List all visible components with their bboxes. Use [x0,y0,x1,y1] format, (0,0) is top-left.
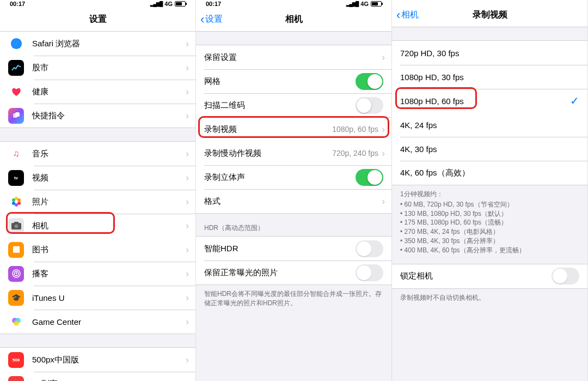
settings-row-stocks[interactable]: 股市 › [0,56,195,80]
settings-row-gamecenter[interactable]: Game Center › [0,310,195,334]
option-4k-60[interactable]: 4K, 60 fps（高效） [392,161,587,185]
battery-icon [175,1,186,7]
checkmark-icon: ✓ [570,94,579,107]
svg-point-14 [15,273,17,274]
health-icon [8,84,24,100]
hdr-section-header: HDR（高动态范围） [196,214,391,236]
row-slomo[interactable]: 录制慢动作视频 720p, 240 fps › [196,141,391,165]
toggle-smart-hdr[interactable] [356,240,383,257]
row-record-video[interactable]: 录制视频 1080p, 60 fps › [196,117,391,141]
network-label: 4G [360,1,369,7]
row-scan-qr[interactable]: 扫描二维码 [196,93,391,117]
chevron-right-icon: › [186,378,189,382]
row-label: 网格 [204,76,356,87]
row-label: 健康 [32,87,186,97]
chevron-right-icon: › [186,316,189,328]
itunesu-icon: 🎓 [8,290,24,306]
tv-icon: tv [8,170,24,186]
toggle-scan-qr[interactable] [356,97,383,114]
row-label: 录制视频 [204,124,332,135]
row-grid[interactable]: 网格 [196,69,391,93]
row-label: 4K, 30 fps [400,144,587,154]
settings-row-books[interactable]: 图书 › [0,238,195,262]
row-label: 锁定相机 [400,271,552,281]
toggle-stereo[interactable] [356,169,383,186]
option-4k-24[interactable]: 4K, 24 fps [392,113,587,137]
music-icon: ♫ [8,146,24,162]
status-time: 00:17 [10,1,25,7]
svg-point-17 [14,320,19,326]
settings-row-video[interactable]: tv 视频 › [0,166,195,190]
settings-row-safari[interactable]: Safari 浏览器 › [0,32,195,56]
info-line: • 350 MB, 4K, 30 fps（高分辨率） [400,237,579,246]
row-preserve-settings[interactable]: 保留设置 › [196,45,391,69]
settings-row-camera[interactable]: 相机 › [0,214,195,238]
status-bar: 00:17 ▂▄▆█ 4G [0,0,195,8]
signal-icon: ▂▄▆█ [150,1,163,7]
settings-list[interactable]: Safari 浏览器 › 股市 › 健康 › [0,32,195,381]
camera-settings-list[interactable]: 保留设置 › 网格 扫描二维码 录制视频 1080p, 60 fps › 录制慢… [196,32,391,381]
option-4k-30[interactable]: 4K, 30 fps [392,137,587,161]
settings-row-health[interactable]: 健康 › [0,80,195,104]
option-720p-30[interactable]: 720p HD, 30 fps [392,41,587,65]
chevron-right-icon: › [382,196,385,207]
podcasts-icon [8,266,24,282]
settings-row-itunesu[interactable]: 🎓 iTunes U › [0,286,195,310]
row-label: 4K, 60 fps（高效） [400,168,587,178]
chevron-right-icon: › [186,196,189,208]
status-time: 00:17 [206,1,221,7]
row-label: 股市 [32,63,186,73]
info-line: • 175 MB, 1080p HD, 60 fps（流畅） [400,218,579,227]
battery-icon [371,1,382,7]
settings-row-shortcuts[interactable]: 快捷指令 › [0,104,195,128]
chevron-left-icon: ‹ [200,14,204,26]
filesize-info: 1分钟视频约： • 60 MB, 720p HD, 30 fps（节省空间） •… [392,185,587,264]
row-label: 保留正常曝光的照片 [204,268,356,278]
nav-bar: 设置 [0,8,195,32]
chevron-right-icon: › [186,38,189,50]
row-lock-camera[interactable]: 锁定相机 [392,264,587,288]
row-label: 音乐 [32,149,186,159]
chevron-right-icon: › [186,220,189,232]
row-label: 500px中国版 [32,355,186,365]
settings-row-58daojia[interactable]: 58到家 › [0,372,195,381]
row-label: 1080p HD, 60 fps [400,96,570,106]
row-smart-hdr[interactable]: 智能HDR [196,237,391,261]
record-video-list[interactable]: 720p HD, 30 fps 1080p HD, 30 fps 1080p H… [392,27,587,381]
settings-row-photos[interactable]: 照片 › [0,190,195,214]
nav-bar: ‹ 设置 相机 [196,8,391,32]
nav-bar: ‹ 相机 录制视频 [392,3,587,27]
row-label: 图书 [32,245,186,255]
chevron-right-icon: › [186,292,189,304]
chevron-right-icon: › [186,62,189,74]
settings-row-podcasts[interactable]: 播客 › [0,262,195,286]
row-keep-normal-photo[interactable]: 保留正常曝光的照片 [196,261,391,285]
settings-row-500px[interactable]: 500 500px中国版 › [0,348,195,372]
chevron-left-icon: ‹ [396,9,400,21]
toggle-keep-normal[interactable] [356,264,383,281]
chevron-right-icon: › [186,354,189,366]
svg-rect-2 [15,112,20,117]
back-button[interactable]: ‹ 相机 [396,3,419,27]
back-button[interactable]: ‹ 设置 [200,8,223,31]
row-format[interactable]: 格式 › [196,189,391,213]
status-bar: 00:17 ▂▄▆█ 4G [196,0,391,8]
chevron-right-icon: › [382,148,385,159]
svg-point-11 [14,225,18,228]
row-label: 格式 [204,196,382,207]
chevron-right-icon: › [186,148,189,160]
info-header: 1分钟视频约： [400,190,579,199]
option-1080p-30[interactable]: 1080p HD, 30 fps [392,65,587,89]
row-label: 4K, 24 fps [400,120,587,130]
option-1080p-60[interactable]: 1080p HD, 60 fps ✓ [392,89,587,113]
row-stereo[interactable]: 录制立体声 [196,165,391,189]
toggle-lock-camera[interactable] [552,268,579,285]
svg-point-6 [15,203,18,207]
books-icon [8,242,24,258]
back-label: 设置 [205,14,223,25]
svg-point-5 [17,202,21,205]
settings-row-music[interactable]: ♫ 音乐 › [0,142,195,166]
camera-icon [8,218,24,234]
toggle-grid[interactable] [356,73,383,90]
info-line: • 270 MB, 4K, 24 fps（电影风格） [400,227,579,237]
